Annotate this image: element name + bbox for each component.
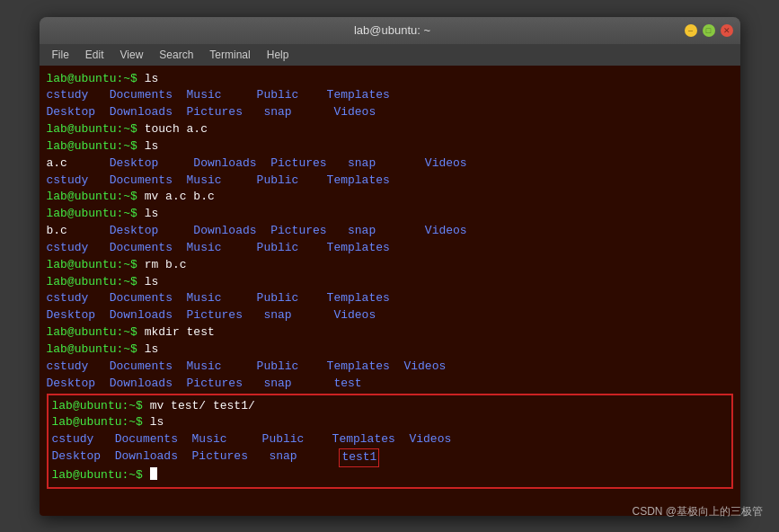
terminal-cursor-line: lab@ubuntu:~$ (52, 467, 728, 484)
menu-help[interactable]: Help (260, 47, 297, 63)
terminal-line: b.c Desktop Downloads Pictures snap Vide… (47, 223, 733, 240)
terminal-line: cstudy Documents Music Public Templates … (47, 359, 733, 376)
test1-highlighted: test1 (339, 448, 379, 467)
maximize-button[interactable]: □ (703, 24, 715, 37)
menu-search[interactable]: Search (152, 47, 200, 63)
menu-file[interactable]: File (45, 47, 76, 63)
window-title: lab@ubuntu: ~ (101, 23, 685, 37)
menu-view[interactable]: View (113, 47, 151, 63)
terminal-line: Desktop Downloads Pictures snap Videos (47, 307, 733, 324)
terminal-line: cstudy Documents Music Public Templates (47, 240, 733, 257)
window-controls: – □ ✕ (685, 24, 733, 37)
terminal-body[interactable]: lab@ubuntu:~$ ls cstudy Documents Music … (40, 66, 740, 516)
terminal-line: cstudy Documents Music Public Templates … (52, 431, 728, 448)
terminal-line: cstudy Documents Music Public Templates (47, 173, 733, 190)
menu-terminal[interactable]: Terminal (202, 47, 257, 63)
terminal-line: lab@ubuntu:~$ ls (47, 341, 733, 359)
cursor (150, 467, 157, 480)
menu-bar: File Edit View Search Terminal Help (40, 44, 740, 66)
terminal-line: lab@ubuntu:~$ mkdir test (47, 324, 733, 341)
menu-edit[interactable]: Edit (78, 47, 111, 63)
terminal-line: lab@ubuntu:~$ touch a.c (47, 121, 733, 138)
terminal-line: lab@ubuntu:~$ rm b.c (47, 257, 733, 274)
terminal-line: cstudy Documents Music Public Templates (47, 290, 733, 307)
minimize-button[interactable]: – (685, 24, 697, 37)
terminal-line: cstudy Documents Music Public Templates (47, 87, 733, 104)
close-button[interactable]: ✕ (721, 24, 733, 37)
terminal-line: lab@ubuntu:~$ ls (47, 274, 733, 291)
title-bar: lab@ubuntu: ~ – □ ✕ (40, 17, 740, 44)
terminal-line: Desktop Downloads Pictures snap test (47, 376, 733, 393)
watermark: CSDN @基极向上的三极管 (632, 504, 763, 519)
terminal-line: lab@ubuntu:~$ mv a.c b.c (47, 189, 733, 206)
terminal-line: lab@ubuntu:~$ ls (47, 138, 733, 155)
terminal-line: Desktop Downloads Pictures snap test1 (52, 448, 728, 467)
terminal-line: a.c Desktop Downloads Pictures snap Vide… (47, 155, 733, 173)
terminal-line: lab@ubuntu:~$ ls (47, 71, 733, 88)
terminal-line: lab@ubuntu:~$ ls (52, 414, 728, 431)
terminal-window: lab@ubuntu: ~ – □ ✕ File Edit View Searc… (40, 17, 740, 516)
terminal-line: lab@ubuntu:~$ ls (47, 206, 733, 223)
terminal-line: lab@ubuntu:~$ mv test/ test1/ (52, 398, 728, 415)
terminal-line: Desktop Downloads Pictures snap Videos (47, 104, 733, 121)
highlighted-section: lab@ubuntu:~$ mv test/ test1/ lab@ubuntu… (47, 394, 733, 489)
